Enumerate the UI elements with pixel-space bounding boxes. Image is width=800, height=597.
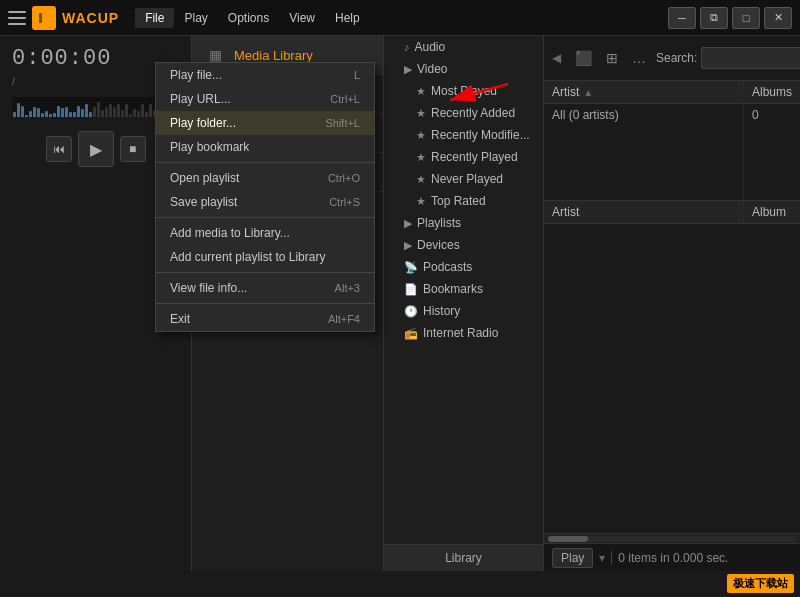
maximize-button[interactable]: □ — [732, 7, 760, 29]
title-bar: WACUP File Play Options View Help ─ ⧉ □ … — [0, 0, 800, 36]
albums-count-cell-0: 0 — [744, 104, 800, 126]
tree-item-never-played[interactable]: ★ Never Played — [384, 168, 543, 190]
separator-1 — [156, 162, 374, 163]
menu-view-file-info[interactable]: View file info... Alt+3 — [156, 276, 374, 300]
albums-header[interactable]: Albums — [744, 81, 800, 104]
minimize-button[interactable]: ─ — [668, 7, 696, 29]
menu-add-media[interactable]: Add media to Library... — [156, 221, 374, 245]
recently-modified-icon: ★ — [416, 129, 426, 142]
top-rated-icon: ★ — [416, 195, 426, 208]
history-label: History — [423, 304, 460, 318]
tree-item-playlists[interactable]: ▶ Playlists — [384, 212, 543, 234]
lower-artist-header[interactable]: Artist — [544, 201, 744, 223]
lower-album-header[interactable]: Album — [744, 201, 800, 223]
title-bar-controls: ─ ⧉ □ ✕ — [668, 7, 792, 29]
scroll-track[interactable] — [548, 536, 796, 542]
menu-options[interactable]: Options — [218, 8, 279, 28]
tree-item-bookmarks[interactable]: 📄 Bookmarks — [384, 278, 543, 300]
tree-item-audio[interactable]: ♪ Audio — [384, 36, 543, 58]
internet-radio-icon: 📻 — [404, 327, 418, 340]
svg-line-3 — [450, 84, 508, 100]
lower-table-header: Artist Album Track # Title — [544, 201, 800, 224]
grid-icon-button[interactable]: ⊞ — [602, 48, 622, 68]
recently-added-icon: ★ — [416, 107, 426, 120]
lower-table: Artist Album Track # Title — [544, 201, 800, 533]
play-folder-label: Play folder... — [170, 116, 236, 130]
tree-item-internet-radio[interactable]: 📻 Internet Radio — [384, 322, 543, 344]
video-tree-icon: ▶ — [404, 63, 412, 76]
bookmarks-label: Bookmarks — [423, 282, 483, 296]
menu-play-url[interactable]: Play URL... Ctrl+L — [156, 87, 374, 111]
media-library-label: Media Library — [234, 48, 313, 63]
separator-4 — [156, 303, 374, 304]
artist-column: Artist ▲ All (0 artists) — [544, 81, 744, 200]
more-icon-button[interactable]: … — [628, 48, 650, 68]
tree-item-top-rated[interactable]: ★ Top Rated — [384, 190, 543, 212]
play-bookmark-label: Play bookmark — [170, 140, 249, 154]
menu-view[interactable]: View — [279, 8, 325, 28]
library-tree: ♪ Audio ▶ Video ★ Most Played ★ Recently… — [384, 36, 543, 544]
app-logo — [32, 6, 56, 30]
menu-play-folder[interactable]: Play folder... Shift+L — [156, 111, 374, 135]
status-text: 0 items in 0.000 sec. — [618, 551, 728, 565]
menu-play-bookmark[interactable]: Play bookmark — [156, 135, 374, 159]
tree-item-history[interactable]: 🕐 History — [384, 300, 543, 322]
menu-play-file[interactable]: Play file... L — [156, 63, 374, 87]
devices-tree-icon: ▶ — [404, 239, 412, 252]
app-title: WACUP — [62, 10, 119, 26]
search-input[interactable] — [701, 47, 800, 69]
close-button[interactable]: ✕ — [764, 7, 792, 29]
menu-add-playlist[interactable]: Add current playlist to Library — [156, 245, 374, 269]
prev-button[interactable]: ⏮ — [46, 136, 72, 162]
watermark: 极速下载站 — [727, 574, 794, 593]
internet-radio-label: Internet Radio — [423, 326, 498, 340]
audio-tree-label: Audio — [415, 40, 446, 54]
menu-open-playlist[interactable]: Open playlist Ctrl+O — [156, 166, 374, 190]
most-played-icon: ★ — [416, 85, 426, 98]
play-file-shortcut: L — [354, 69, 360, 81]
top-rated-label: Top Rated — [431, 194, 486, 208]
exit-shortcut: Alt+F4 — [328, 313, 360, 325]
play-url-shortcut: Ctrl+L — [330, 93, 360, 105]
title-bar-left: WACUP File Play Options View Help — [8, 6, 668, 30]
albums-header-label: Albums — [752, 85, 792, 99]
status-play-dropdown[interactable]: ▾ — [599, 551, 605, 565]
menu-save-playlist[interactable]: Save playlist Ctrl+S — [156, 190, 374, 214]
stop-button[interactable]: ■ — [120, 136, 146, 162]
search-section: Search: Clear Search — [656, 40, 800, 76]
menu-play[interactable]: Play — [174, 8, 217, 28]
menu-file[interactable]: File — [135, 8, 174, 28]
audio-tree-icon: ♪ — [404, 41, 410, 53]
podcasts-label: Podcasts — [423, 260, 472, 274]
view-file-info-shortcut: Alt+3 — [335, 282, 360, 294]
scroll-thumb[interactable] — [548, 536, 588, 542]
save-playlist-label: Save playlist — [170, 195, 237, 209]
main-area: 0:00:00 / // Generate waveform bars cons… — [0, 36, 800, 571]
playlists-tree-label: Playlists — [417, 216, 461, 230]
tree-item-devices[interactable]: ▶ Devices — [384, 234, 543, 256]
horizontal-scrollbar[interactable] — [544, 533, 800, 543]
tree-item-recently-played[interactable]: ★ Recently Played — [384, 146, 543, 168]
exit-label: Exit — [170, 312, 190, 326]
waveform: // Generate waveform bars const wf = doc… — [12, 97, 179, 117]
play-button[interactable]: ▶ — [78, 131, 114, 167]
separator-2 — [156, 217, 374, 218]
menu-help[interactable]: Help — [325, 8, 370, 28]
restore-button[interactable]: ⧉ — [700, 7, 728, 29]
lower-table-body — [544, 224, 800, 533]
artist-column-header[interactable]: Artist ▲ — [544, 81, 743, 104]
artist-sort-icon: ▲ — [583, 87, 593, 98]
status-play-button[interactable]: Play — [552, 548, 593, 568]
view-file-info-label: View file info... — [170, 281, 247, 295]
content-area: ◀ ⬛ ⊞ … Search: Clear Search Artist ▲ — [544, 36, 800, 571]
collapse-handle[interactable]: ◀ — [552, 51, 561, 65]
add-media-label: Add media to Library... — [170, 226, 290, 240]
menu-exit[interactable]: Exit Alt+F4 — [156, 307, 374, 331]
hamburger-menu-icon[interactable] — [8, 11, 26, 25]
eq-icon-button[interactable]: ⬛ — [571, 48, 596, 68]
bookmarks-icon: 📄 — [404, 283, 418, 296]
tree-item-recently-modified[interactable]: ★ Recently Modifie... — [384, 124, 543, 146]
separator-3 — [156, 272, 374, 273]
library-button[interactable]: Library — [384, 544, 543, 571]
tree-item-podcasts[interactable]: 📡 Podcasts — [384, 256, 543, 278]
